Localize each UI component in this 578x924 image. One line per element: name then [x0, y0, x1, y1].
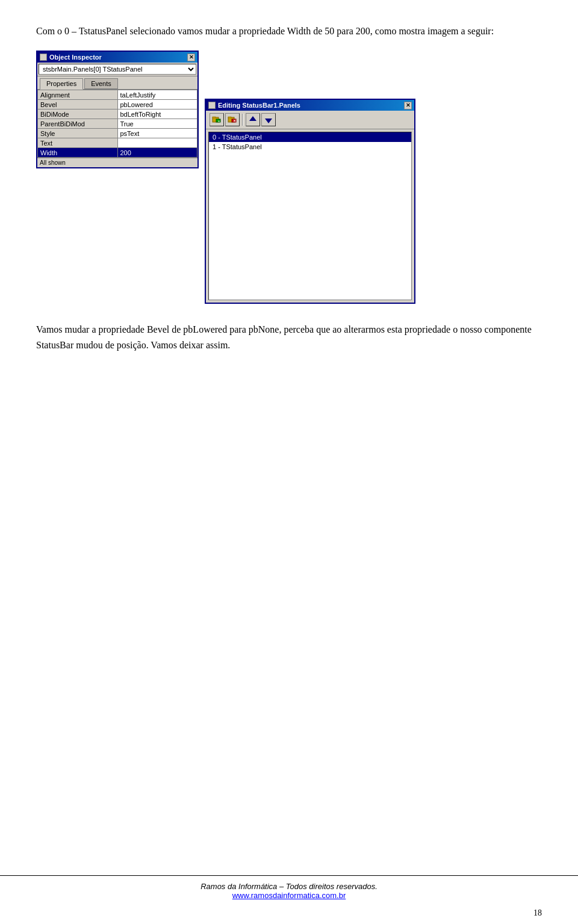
svg-marker-9	[265, 119, 272, 123]
object-inspector-window: Object Inspector ✕ stsbrMain.Panels[0] T…	[36, 51, 199, 168]
component-dropdown[interactable]: stsbrMain.Panels[0] TStatusPanel	[39, 64, 196, 75]
svg-text:+: +	[218, 119, 220, 123]
titlebar-title-group: Object Inspector	[40, 54, 102, 61]
delete-button[interactable]: ✕	[225, 113, 240, 126]
toolbar-separator	[242, 114, 243, 126]
prop-value: 200	[117, 148, 197, 158]
prop-value: True	[117, 119, 197, 129]
panels-list[interactable]: 0 - TStatusPanel1 - TStatusPanel	[208, 132, 412, 300]
prop-name: BiDiMode	[38, 109, 118, 119]
prop-value	[117, 138, 197, 148]
editing-window-icon	[208, 102, 216, 109]
footer-line1: Ramos da Informática – Todos direitos re…	[0, 882, 578, 891]
prop-name: ParentBiDiMod	[38, 119, 118, 129]
tab-events[interactable]: Events	[84, 78, 118, 89]
prop-name: Width	[38, 148, 118, 158]
footer: Ramos da Informática – Todos direitos re…	[0, 875, 578, 900]
close-button[interactable]: ✕	[187, 54, 195, 61]
dropdown-bar: stsbrMain.Panels[0] TStatusPanel	[37, 63, 197, 76]
object-inspector-titlebar: Object Inspector ✕	[37, 52, 197, 63]
editing-titlebar: Editing StatusBar1.Panels ✕	[206, 100, 414, 111]
svg-rect-5	[228, 117, 231, 118]
list-item[interactable]: 1 - TStatusPanel	[209, 142, 411, 152]
move-down-button[interactable]	[261, 113, 276, 126]
prop-name: Text	[38, 138, 118, 148]
prop-value: bdLeftToRight	[117, 109, 197, 119]
prop-value: psText	[117, 129, 197, 138]
footer-link[interactable]: www.ramosdainformatica.com.br	[0, 891, 578, 900]
editing-toolbar: + ✕	[206, 111, 414, 129]
tab-properties[interactable]: Properties	[40, 78, 83, 90]
properties-table: AlignmenttaLeftJustifyBevelpbLoweredBiDi…	[37, 90, 197, 158]
object-inspector-title: Object Inspector	[49, 54, 102, 61]
editing-window-title: Editing StatusBar1.Panels	[218, 102, 300, 109]
prop-value: pbLowered	[117, 100, 197, 109]
list-item[interactable]: 0 - TStatusPanel	[209, 132, 411, 142]
page-number: 18	[533, 908, 542, 918]
editing-title-group: Editing StatusBar1.Panels	[208, 102, 300, 109]
svg-text:✕: ✕	[233, 119, 236, 123]
window-icon	[40, 54, 47, 61]
prop-name: Style	[38, 129, 118, 138]
prop-value: taLeftJustify	[117, 90, 197, 100]
status-bar: All shown	[37, 158, 197, 167]
bottom-paragraph: Vamos mudar a propriedade Bevel de pbLow…	[36, 322, 542, 353]
svg-marker-8	[249, 116, 256, 121]
tabs-row: Properties Events	[37, 76, 197, 90]
svg-rect-1	[213, 117, 216, 118]
prop-name: Alignment	[38, 90, 118, 100]
editing-close-button[interactable]: ✕	[404, 102, 412, 109]
screenshot-area: Object Inspector ✕ stsbrMain.Panels[0] T…	[36, 51, 542, 304]
move-up-button[interactable]	[246, 113, 260, 126]
prop-name: Bevel	[38, 100, 118, 109]
intro-paragraph: Com o 0 – TstatusPanel selecionado vamos…	[36, 24, 542, 38]
editing-window: Editing StatusBar1.Panels ✕ +	[205, 99, 415, 304]
add-button[interactable]: +	[210, 113, 224, 126]
